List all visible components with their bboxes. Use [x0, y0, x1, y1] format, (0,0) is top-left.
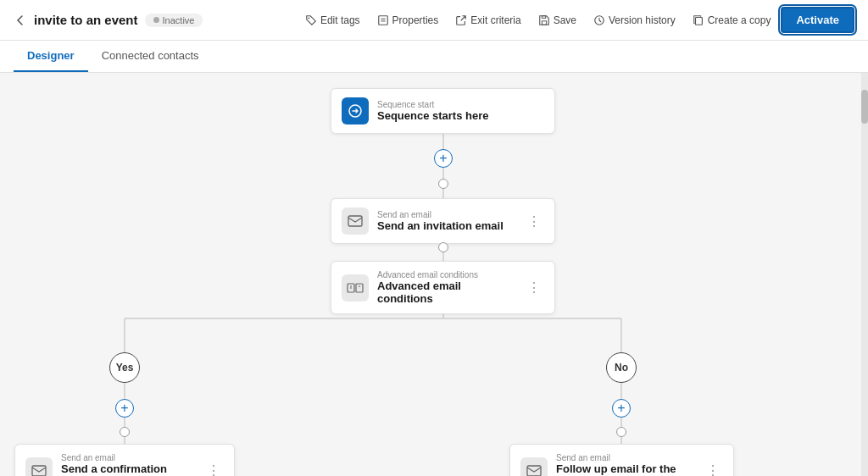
email-1-label: Send an email: [377, 210, 515, 219]
version-history-icon: [593, 14, 605, 26]
conditions-label: Advanced email conditions: [377, 270, 515, 280]
email-followup-label: Send an email: [556, 453, 694, 462]
conditions-title: Advanced email conditions: [377, 280, 515, 305]
connector-2: [438, 242, 448, 252]
svg-rect-29: [356, 284, 363, 292]
save-icon: [538, 14, 550, 26]
yes-branch-label: Yes: [109, 352, 140, 383]
tab-bar: Designer Connected contacts: [0, 41, 868, 73]
email-1-title: Send an invitation email: [377, 219, 515, 232]
conditions-icon: [342, 274, 369, 302]
svg-rect-34: [527, 466, 541, 476]
header-left: invite to an event Inactive: [14, 13, 203, 27]
email-1-menu[interactable]: ⋮: [524, 212, 544, 231]
sequence-start-label: Sequence start: [377, 100, 544, 109]
flow-canvas: Sequence start Sequence starts here + Se…: [0, 73, 868, 476]
connector-1: [438, 179, 448, 189]
email-1-icon: [342, 208, 369, 235]
create-copy-button[interactable]: Create a copy: [686, 10, 778, 30]
activate-button[interactable]: Activate: [781, 7, 854, 33]
app-header: invite to an event Inactive Edit tags Pr…: [0, 0, 868, 41]
add-step-button-1[interactable]: +: [434, 149, 453, 168]
svg-rect-33: [32, 466, 46, 476]
edit-tags-icon: [305, 14, 317, 26]
status-label: Inactive: [163, 15, 195, 25]
properties-button[interactable]: Properties: [370, 10, 446, 30]
exit-criteria-icon: [455, 14, 467, 26]
svg-rect-1: [378, 15, 387, 25]
email-followup-node: Send an email Follow up email for the ev…: [509, 444, 734, 476]
email-node-1: Send an email Send an invitation email ⋮: [331, 198, 555, 244]
email-followup-icon: [520, 457, 548, 477]
conditions-node: Advanced email conditions Advanced email…: [331, 261, 555, 314]
version-history-button[interactable]: Version history: [587, 10, 682, 30]
page-title: invite to an event: [34, 13, 138, 27]
conditions-text: Advanced email conditions Advanced email…: [377, 270, 515, 305]
sequence-start-icon: [342, 97, 369, 125]
no-branch-label: No: [606, 352, 637, 383]
tab-connected-contacts[interactable]: Connected contacts: [88, 41, 213, 72]
email-followup-menu[interactable]: ⋮: [703, 461, 723, 476]
email-confirmation-menu[interactable]: ⋮: [203, 461, 224, 476]
back-icon: [14, 14, 27, 27]
create-copy-icon: [693, 14, 704, 26]
header-right: Edit tags Properties Exit criteria Save …: [298, 7, 854, 33]
status-dot: [153, 17, 159, 23]
sequence-start-node: Sequence start Sequence starts here: [331, 88, 555, 134]
svg-rect-27: [348, 216, 362, 226]
add-step-yes-button[interactable]: +: [115, 399, 134, 418]
email-confirmation-icon: [25, 457, 53, 477]
email-confirmation-node: Send an email Send a confirmation email …: [14, 444, 235, 476]
svg-point-0: [308, 17, 309, 19]
email-confirmation-text: Send an email Send a confirmation email: [61, 453, 195, 476]
sequence-start-title: Sequence starts here: [377, 109, 544, 122]
email-followup-text: Send an email Follow up email for the ev…: [556, 453, 694, 476]
edit-tags-button[interactable]: Edit tags: [298, 10, 367, 30]
svg-rect-7: [695, 17, 702, 25]
email-1-text: Send an email Send an invitation email: [377, 210, 515, 232]
scrollbar[interactable]: [861, 73, 868, 476]
email-confirmation-label: Send an email: [61, 453, 195, 462]
svg-rect-4: [542, 20, 546, 24]
connector-yes: [120, 427, 130, 437]
email-confirmation-title: Send a confirmation email: [61, 462, 195, 476]
tab-designer[interactable]: Designer: [14, 41, 88, 72]
properties-icon: [377, 14, 389, 26]
add-step-no-button[interactable]: +: [612, 399, 631, 418]
connector-no: [616, 427, 626, 437]
conditions-menu[interactable]: ⋮: [524, 278, 544, 297]
email-followup-title: Follow up email for the event: [556, 462, 694, 476]
svg-rect-5: [542, 15, 545, 18]
scrollbar-thumb[interactable]: [861, 90, 868, 124]
status-badge: Inactive: [145, 14, 203, 27]
back-button[interactable]: [14, 14, 27, 27]
save-button[interactable]: Save: [531, 10, 583, 30]
sequence-start-text: Sequence start Sequence starts here: [377, 100, 544, 122]
exit-criteria-button[interactable]: Exit criteria: [448, 10, 527, 30]
